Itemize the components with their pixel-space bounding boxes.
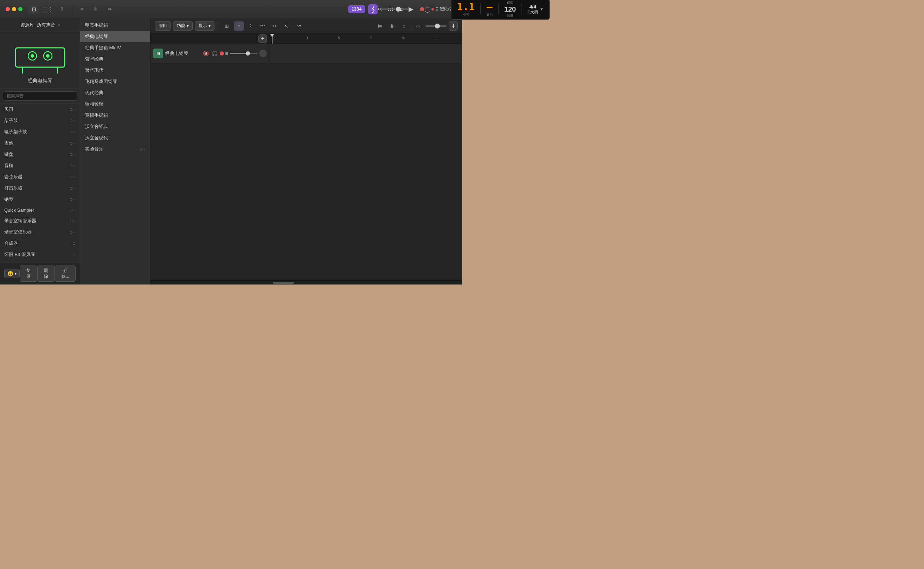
headphone-button[interactable]: 🎧 bbox=[211, 50, 218, 57]
category-item[interactable]: 音槌⊙› bbox=[0, 160, 80, 171]
download-icon[interactable]: ⊙ bbox=[70, 230, 73, 234]
arrow-icon: › bbox=[74, 107, 76, 111]
download-icon[interactable]: ⊙ bbox=[70, 175, 73, 180]
mute-button[interactable]: 🔇 bbox=[202, 50, 210, 57]
category-item[interactable]: 架子鼓⊙› bbox=[0, 115, 80, 126]
download-icon[interactable]: ⊙ bbox=[70, 141, 73, 146]
ruler-mark: 1 bbox=[274, 36, 276, 40]
preset-item[interactable]: 沃立舍经典 bbox=[80, 121, 150, 132]
list-view-icon[interactable]: ≡ bbox=[234, 21, 244, 30]
preset-item[interactable]: 明亮手提箱 bbox=[80, 20, 150, 31]
track-record-button[interactable] bbox=[220, 51, 224, 56]
search-bar bbox=[0, 88, 80, 104]
arrows-v-icon[interactable]: ↕ bbox=[399, 21, 409, 30]
function-menu-button[interactable]: 功能 ▾ bbox=[173, 21, 193, 30]
volume-slider-track[interactable] bbox=[380, 8, 409, 10]
download-icon[interactable]: ⊙ bbox=[70, 219, 73, 223]
preset-item[interactable]: 实验音乐⊙ › bbox=[80, 143, 150, 155]
category-item[interactable]: Quick Sampler⊙› bbox=[0, 205, 80, 215]
edit-menu-button[interactable]: 编辑 bbox=[155, 21, 171, 30]
all-sounds-chevron-icon[interactable]: ▾ bbox=[58, 23, 60, 27]
add-track-button[interactable]: + bbox=[258, 35, 267, 43]
category-item[interactable]: 怀旧 B3 管风琴› bbox=[0, 249, 80, 260]
zoom-out-icon[interactable]: ◁◁ bbox=[413, 21, 423, 30]
preset-item[interactable]: 经典手提箱 Mk IV bbox=[80, 42, 150, 53]
cursor-icon[interactable]: ↖ bbox=[282, 21, 292, 30]
track-header-spacer: + bbox=[150, 34, 270, 44]
download-icon[interactable]: ⊙ bbox=[73, 241, 76, 246]
mixer-icon[interactable]: 🎛 bbox=[90, 4, 102, 14]
category-item[interactable]: 打击乐器⊙› bbox=[0, 183, 80, 194]
close-button[interactable] bbox=[6, 7, 10, 11]
download-icon[interactable]: ⊙ bbox=[70, 119, 73, 123]
track-volume-knob[interactable] bbox=[246, 51, 250, 56]
search-input[interactable] bbox=[3, 91, 77, 100]
arrow-icon: › bbox=[74, 130, 76, 134]
grid-icon[interactable]: ⊞ bbox=[222, 21, 232, 30]
save-button[interactable]: 存储... bbox=[55, 266, 76, 282]
maximize-button[interactable] bbox=[18, 7, 23, 11]
expand-icon[interactable]: ⊣⊢ bbox=[387, 21, 397, 30]
pencil-icon[interactable]: ✏ bbox=[105, 4, 116, 14]
category-item[interactable]: 吉他⊙› bbox=[0, 137, 80, 149]
download-icon[interactable]: ⊙ bbox=[70, 107, 73, 112]
cursor-down-icon[interactable]: ↖▾ bbox=[293, 21, 304, 30]
restore-button[interactable]: 复原 bbox=[20, 266, 37, 282]
category-item[interactable]: 贝司⊙› bbox=[0, 104, 80, 115]
preset-item[interactable]: 飞翔马戏团钢琴 bbox=[80, 76, 150, 87]
download-icon[interactable]: ⊙ bbox=[70, 152, 73, 157]
download-to-track-button[interactable]: ⬇ bbox=[448, 21, 458, 30]
midi-button[interactable]: 1234 bbox=[348, 5, 365, 13]
download-icon[interactable]: ⊙ bbox=[70, 197, 73, 202]
category-name: 合成器 bbox=[4, 240, 18, 246]
download-icon[interactable]: ⊙ bbox=[70, 186, 73, 190]
ruler-mark: 7 bbox=[370, 36, 372, 40]
category-item[interactable]: 电子架子鼓⊙› bbox=[0, 126, 80, 137]
download-icon[interactable]: ⊙ bbox=[70, 130, 73, 134]
preset-item[interactable]: 奢华现代 bbox=[80, 65, 150, 76]
align-icon[interactable]: ⊨ bbox=[375, 21, 385, 30]
download-icon[interactable]: ⊙ bbox=[70, 208, 73, 212]
category-item[interactable]: 录音室弦乐器⊙› bbox=[0, 227, 80, 238]
loop-button[interactable]: ↺ bbox=[438, 5, 447, 14]
track-pan-knob[interactable] bbox=[259, 50, 267, 57]
instrument-name: 经典电钢琴 bbox=[28, 78, 52, 84]
volume-slider-knob[interactable] bbox=[396, 7, 401, 12]
preset-item[interactable]: 沃立舍现代 bbox=[80, 132, 150, 143]
preset-item[interactable]: 经典电钢琴 bbox=[80, 31, 150, 42]
category-item[interactable]: 钢琴⊙› bbox=[0, 194, 80, 205]
preset-item[interactable]: 现代经典 bbox=[80, 87, 150, 99]
empty-track-area bbox=[150, 63, 462, 280]
preset-item[interactable]: 调相铃铛 bbox=[80, 99, 150, 110]
scissor-icon[interactable]: ✂ bbox=[270, 21, 280, 30]
zoom-slider-knob[interactable] bbox=[435, 24, 440, 29]
emoji-button[interactable]: 😀 ▾ bbox=[4, 269, 20, 278]
instrument-image-area: 经典电钢琴 bbox=[0, 32, 80, 88]
category-item[interactable]: 录音室铜管乐器⊙› bbox=[0, 215, 80, 227]
wave-icon[interactable]: 〜 bbox=[258, 21, 267, 30]
library-icon[interactable]: ⊡ bbox=[28, 4, 40, 14]
scroll-bar-thumb[interactable] bbox=[273, 282, 294, 284]
horizontal-scrollbar[interactable] bbox=[273, 282, 287, 284]
record-button[interactable]: ⏺ bbox=[417, 4, 427, 14]
preset-item[interactable]: 奢华经典 bbox=[80, 53, 150, 65]
track-smart-button[interactable] bbox=[225, 52, 228, 55]
curve-icon[interactable]: ⌇ bbox=[246, 21, 255, 30]
zoom-slider[interactable] bbox=[426, 25, 447, 27]
arrow-icon: › bbox=[74, 175, 76, 179]
preset-item[interactable]: 宽幅手提箱 bbox=[80, 110, 150, 121]
brightness-icon[interactable]: ☀ bbox=[76, 4, 88, 14]
delete-button[interactable]: 删除 bbox=[37, 266, 55, 282]
settings-icon[interactable]: ⋮⋮ bbox=[42, 4, 53, 14]
display-menu-button[interactable]: 显示 ▾ bbox=[195, 21, 214, 30]
category-item[interactable]: 合成器⊙ bbox=[0, 238, 80, 249]
category-item[interactable]: 键盘⊙› bbox=[0, 149, 80, 160]
category-item[interactable]: 管弦乐器⊙› bbox=[0, 171, 80, 183]
category-name: 怀旧 B3 管风琴 bbox=[4, 251, 35, 258]
category-name: 录音室弦乐器 bbox=[4, 229, 32, 235]
track-volume-slider[interactable] bbox=[229, 53, 258, 54]
loop-record-button[interactable]: ● bbox=[429, 5, 437, 13]
download-icon[interactable]: ⊙ bbox=[70, 164, 73, 168]
help-icon[interactable]: ? bbox=[56, 4, 67, 14]
minimize-button[interactable] bbox=[12, 7, 16, 11]
